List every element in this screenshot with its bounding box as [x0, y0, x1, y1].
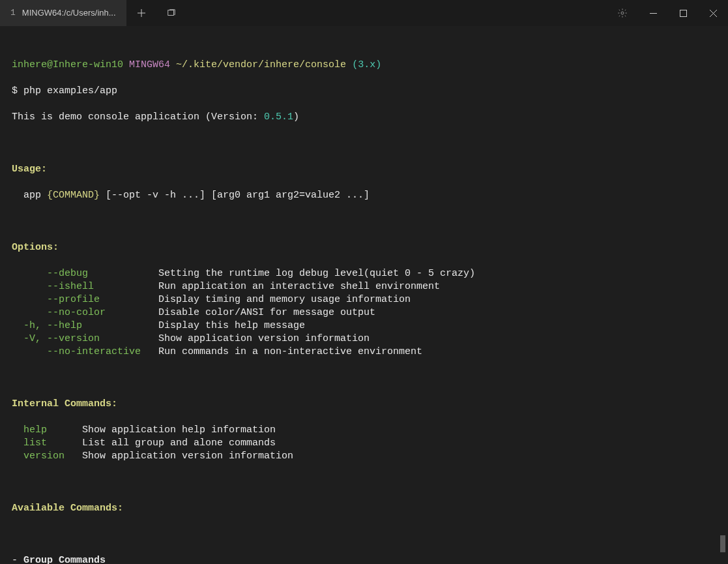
option-desc: Display timing and memory usage informat… — [158, 294, 411, 305]
command-line: $ php examples/app — [12, 85, 716, 98]
option-row: -V, --versionShow application version in… — [12, 333, 716, 346]
terminal[interactable]: inhere@Inhere-win10 MINGW64 ~/.kite/vend… — [0, 26, 728, 564]
option-flag: --no-interactive — [12, 346, 158, 359]
internal-desc: List all group and alone commands — [82, 438, 276, 449]
new-tab-button[interactable] — [126, 0, 156, 26]
usage-line: app {COMMAND} [--opt -v -h ...] [arg0 ar… — [12, 189, 716, 202]
option-row: -h, --helpDisplay this help message — [12, 319, 716, 333]
internal-cmd: help — [23, 424, 82, 437]
titlebar: 1 MINGW64:/c/Users/inh... — [0, 0, 728, 26]
option-desc: Show application version information — [158, 333, 370, 344]
typed-command: php examples/app — [23, 85, 117, 96]
prompt-branch: 3.x — [358, 59, 375, 70]
group-commands-header: - Group Commands — [12, 554, 716, 564]
internal-row: versionShow application version informat… — [12, 450, 716, 463]
usage-header: Usage: — [12, 163, 716, 176]
close-button[interactable] — [698, 0, 728, 26]
option-flag: -h, --help — [12, 319, 158, 333]
option-row: --no-interactiveRun commands in a non-in… — [12, 346, 716, 359]
panes-icon — [167, 8, 176, 18]
scrollbar[interactable] — [720, 535, 725, 552]
internal-cmd: list — [23, 437, 82, 450]
option-desc: Run commands in a non-interactive enviro… — [158, 346, 422, 357]
tab-title: MINGW64:/c/Users/inh... — [22, 7, 116, 20]
option-row: --profileDisplay timing and memory usage… — [12, 293, 716, 306]
svg-rect-2 — [680, 10, 686, 16]
svg-point-1 — [621, 12, 624, 14]
internal-desc: Show application help information — [82, 424, 276, 436]
internal-cmd: version — [23, 450, 82, 463]
minimize-icon — [650, 10, 657, 17]
prompt-line: inhere@Inhere-win10 MINGW64 ~/.kite/vend… — [12, 59, 716, 72]
plus-icon — [137, 8, 146, 18]
option-desc: Disable color/ANSI for message output — [158, 307, 375, 318]
app-desc: This is demo console application (Versio… — [12, 111, 716, 124]
option-row: --no-colorDisable color/ANSI for message… — [12, 306, 716, 319]
app-version: 0.5.1 — [264, 111, 293, 123]
internal-row: listList all group and alone commands — [12, 437, 716, 450]
option-flag: -V, --version — [12, 333, 158, 346]
minimize-button[interactable] — [638, 0, 668, 26]
option-desc: Setting the runtime log debug level(quie… — [158, 268, 475, 279]
option-flag: --ishell — [12, 280, 158, 293]
internal-desc: Show application version information — [82, 451, 293, 462]
internal-row: helpShow application help information — [12, 424, 716, 437]
options-header: Options: — [12, 241, 716, 254]
prompt-shell: MINGW64 — [129, 59, 170, 70]
prompt-userhost: inhere@Inhere-win10 — [12, 59, 123, 70]
close-icon — [710, 10, 717, 17]
option-desc: Run application an interactive shell env… — [158, 281, 440, 292]
settings-button[interactable] — [607, 0, 638, 26]
internal-header: Internal Commands: — [12, 398, 716, 411]
option-row: --debugSetting the runtime log debug lev… — [12, 267, 716, 280]
option-desc: Display this help message — [158, 320, 305, 331]
titlebar-spacer — [186, 0, 607, 26]
available-header: Available Commands: — [12, 502, 716, 515]
option-flag: --no-color — [12, 306, 158, 319]
tab-index: 1 — [10, 7, 16, 20]
prompt-cwd: ~/.kite/vendor/inhere/console — [176, 59, 346, 70]
maximize-button[interactable] — [668, 0, 698, 26]
option-row: --ishellRun application an interactive s… — [12, 280, 716, 293]
maximize-icon — [680, 10, 687, 17]
svg-rect-0 — [167, 10, 173, 16]
gear-icon — [617, 8, 628, 18]
option-flag: --profile — [12, 293, 158, 306]
tab-overview-button[interactable] — [156, 0, 186, 26]
option-flag: --debug — [12, 267, 158, 280]
tab-active[interactable]: 1 MINGW64:/c/Users/inh... — [0, 0, 126, 26]
